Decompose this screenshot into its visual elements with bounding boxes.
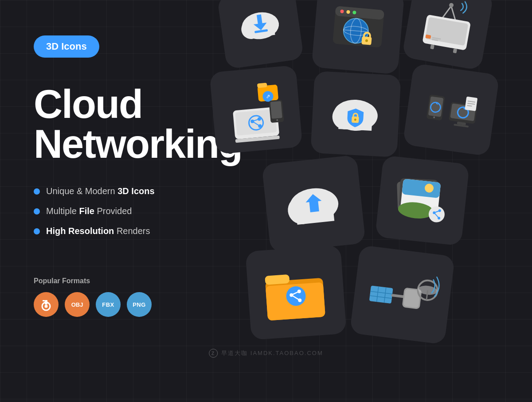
left-panel: 3D Icons Cloud Networking Unique & Moder… (0, 0, 208, 402)
feature-text-2: Multiple File Provided (46, 206, 132, 216)
folder-share-card (245, 245, 346, 340)
svg-rect-3 (43, 300, 45, 301)
globe-lock-icon (325, 0, 392, 63)
blender-icon (39, 297, 54, 312)
photo-share-icon (387, 165, 458, 236)
svg-rect-32 (257, 83, 267, 88)
cloud-download-icon (231, 0, 291, 58)
sync-devices-card (403, 63, 500, 156)
formats-section: Popular Formats OBJ FBX PNG (34, 277, 175, 317)
format-png: PNG (127, 292, 152, 317)
feature-dot-3 (34, 228, 40, 234)
formats-label: Popular Formats (34, 277, 175, 285)
feature-text-1: Unique & Modern 3D Icons (46, 186, 155, 196)
watermark-text: 早道大咖 IAMDK.TAOBAO.COM (221, 349, 323, 357)
cloud-download-card (217, 0, 304, 69)
feature-dot-1 (34, 188, 40, 195)
svg-rect-99 (391, 294, 405, 298)
svg-text:⇗: ⇗ (266, 93, 270, 100)
cloud-shield-card (310, 71, 401, 157)
features-list: Unique & Modern 3D Icons Multiple File P… (34, 186, 175, 246)
satellite-icon (362, 256, 443, 333)
icons-area: ⇗ (195, 0, 532, 402)
format-obj: OBJ (65, 292, 90, 317)
tv-antenna-card (402, 0, 494, 70)
watermark: Z 早道大咖 IAMDK.TAOBAO.COM (209, 349, 323, 358)
badge: 3D Icons (34, 35, 99, 58)
svg-rect-94 (369, 285, 393, 304)
svg-line-21 (442, 5, 451, 19)
feature-item-1: Unique & Modern 3D Icons (34, 186, 175, 196)
globe-lock-card (311, 0, 404, 74)
feature-text-3: High Resolution Renders (46, 226, 150, 236)
cloud-upload-card (262, 155, 366, 253)
svg-rect-29 (430, 44, 434, 49)
page-title: Cloud Networking (34, 84, 175, 164)
sync-devices-icon (415, 74, 488, 146)
feature-dot-2 (34, 208, 40, 215)
cloud-upload-icon (275, 166, 352, 242)
format-icons: OBJ FBX PNG (34, 292, 175, 317)
tv-antenna-icon (415, 0, 481, 59)
watermark-logo: Z (209, 349, 218, 358)
svg-rect-30 (453, 48, 458, 53)
svg-rect-86 (265, 274, 289, 285)
cloud-shield-icon (322, 80, 389, 148)
laptop-share-card: ⇗ (209, 65, 302, 154)
svg-rect-45 (270, 101, 282, 119)
feature-item-2: Multiple File Provided (34, 206, 175, 216)
svg-point-1 (45, 305, 48, 308)
format-fbx: FBX (96, 292, 121, 317)
satellite-card (350, 245, 455, 345)
laptop-share-icon: ⇗ (221, 75, 291, 144)
svg-rect-2 (45, 300, 47, 304)
format-blender (34, 292, 59, 317)
photo-share-card (375, 155, 469, 246)
feature-item-3: High Resolution Renders (34, 226, 175, 236)
folder-share-icon (257, 256, 335, 329)
svg-point-23 (449, 2, 454, 8)
